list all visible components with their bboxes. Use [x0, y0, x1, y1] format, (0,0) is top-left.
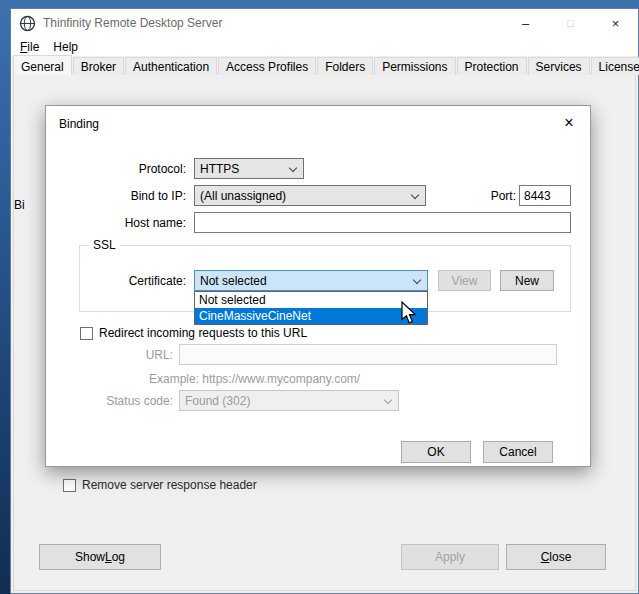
app-icon	[19, 15, 36, 32]
dialog-close-icon: ×	[564, 114, 573, 132]
port-label: Port:	[476, 189, 516, 203]
certificate-combobox[interactable]: Not selected	[194, 270, 428, 291]
tab-protection[interactable]: Protection	[457, 57, 527, 75]
bind-ip-label: Bind to IP:	[46, 189, 186, 203]
tab-broker[interactable]: Broker	[73, 57, 124, 75]
show-log-button[interactable]: Show Log	[39, 544, 161, 570]
bind-ip-combobox[interactable]: (All unassigned)	[194, 185, 426, 206]
status-code-value: Found (302)	[185, 394, 250, 408]
tab-authentication[interactable]: Authentication	[125, 57, 217, 75]
remove-server-header-checkbox[interactable]	[63, 479, 76, 492]
host-name-label: Host name:	[46, 216, 186, 230]
minimize-icon: –	[522, 16, 529, 31]
dropdown-item-not-selected[interactable]: Not selected	[195, 292, 427, 308]
maximize-button: □	[548, 9, 593, 37]
view-certificate-button: View	[438, 270, 491, 291]
certificate-value: Not selected	[200, 274, 267, 288]
new-certificate-button[interactable]: New	[500, 270, 554, 291]
window-title: Thinfinity Remote Desktop Server	[43, 16, 222, 30]
dropdown-item-cinemassivecinenet[interactable]: CineMassiveCineNet	[195, 308, 427, 324]
chevron-down-icon	[384, 396, 392, 404]
status-code-label: Status code:	[46, 394, 173, 408]
protocol-combobox[interactable]: HTTPS	[194, 158, 304, 179]
menubar: File Help	[11, 37, 638, 56]
redirect-label: Redirect incoming requests to this URL	[99, 326, 307, 340]
tab-license[interactable]: License	[591, 57, 639, 75]
tab-access-profiles[interactable]: Access Profiles	[218, 57, 316, 75]
tab-services[interactable]: Services	[528, 57, 590, 75]
close-window-button[interactable]: Close	[506, 544, 606, 570]
remove-server-header-label: Remove server response header	[82, 478, 257, 492]
status-code-combobox: Found (302)	[179, 390, 399, 411]
tab-permissions[interactable]: Permissions	[374, 57, 455, 75]
protocol-value: HTTPS	[200, 162, 239, 176]
bind-ip-value: (All unassigned)	[200, 189, 286, 203]
host-name-input[interactable]	[194, 212, 571, 233]
certificate-label: Certificate:	[46, 274, 186, 288]
ssl-group-label: SSL	[89, 238, 120, 252]
redirect-row: Redirect incoming requests to this URL	[80, 326, 307, 340]
remove-server-header-row: Remove server response header	[63, 478, 257, 492]
tab-folders[interactable]: Folders	[317, 57, 373, 75]
tabstrip: General Broker Authentication Access Pro…	[13, 57, 636, 76]
tab-general[interactable]: General	[13, 55, 72, 76]
background-binding-group-label-fragment: Bi	[14, 198, 25, 212]
chevron-down-icon	[411, 191, 419, 199]
chevron-down-icon	[289, 164, 297, 172]
close-icon: ×	[612, 16, 620, 31]
menu-help[interactable]: Help	[46, 38, 85, 56]
caption-buttons: – □ ×	[503, 9, 638, 37]
minimize-button[interactable]: –	[503, 9, 548, 37]
dialog-close-button[interactable]: ×	[558, 113, 580, 133]
menu-file[interactable]: File	[13, 38, 46, 56]
url-label: URL:	[46, 348, 173, 362]
ok-button[interactable]: OK	[401, 441, 471, 463]
titlebar[interactable]: Thinfinity Remote Desktop Server – □ ×	[11, 9, 638, 37]
maximize-icon: □	[567, 17, 574, 29]
port-input[interactable]	[519, 185, 571, 206]
redirect-checkbox[interactable]	[80, 327, 93, 340]
url-input	[179, 344, 557, 365]
protocol-label: Protocol:	[46, 162, 186, 176]
binding-dialog-title[interactable]: Binding	[59, 117, 99, 131]
url-example-text: Example: https://www.mycompany.com/	[149, 372, 360, 386]
close-button[interactable]: ×	[593, 9, 638, 37]
chevron-down-icon	[413, 276, 421, 284]
cancel-button[interactable]: Cancel	[483, 441, 553, 463]
binding-dialog: Binding × Protocol: HTTPS Bind to IP: (A…	[45, 105, 591, 467]
certificate-dropdown-list: Not selected CineMassiveCineNet	[194, 291, 428, 325]
apply-button: Apply	[401, 544, 499, 570]
